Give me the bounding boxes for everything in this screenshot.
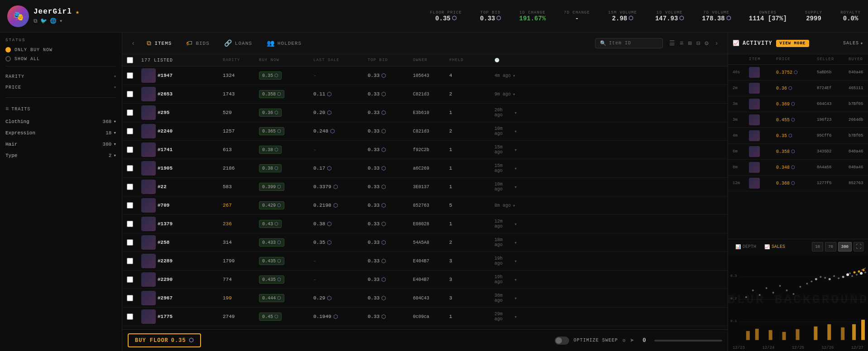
- row-checkbox-2[interactable]: [127, 109, 133, 116]
- table-row[interactable]: #258 314 0.433⬡ 0.35⬡ 0.33⬡ 54A5A8 2 18m…: [122, 233, 728, 252]
- tab-bids[interactable]: 🏷 BIDS: [180, 37, 216, 50]
- grid-view-icon[interactable]: ⊞: [687, 38, 692, 48]
- tab-holders[interactable]: 👥 HOLDERS: [260, 37, 308, 50]
- buy-now-button-12[interactable]: 0.444⬡: [259, 294, 284, 302]
- sweep-gear-icon[interactable]: ⚙: [623, 337, 626, 343]
- table-row[interactable]: #2289 1799 0.435⬡ - 0.33⬡ E404B7 3 19h a…: [122, 252, 728, 270]
- show-all-option[interactable]: SHOW ALL: [5, 56, 116, 62]
- expand-icon-12[interactable]: ▾: [514, 295, 517, 301]
- chevron-down-icon[interactable]: ▾: [59, 18, 62, 24]
- sales-dropdown[interactable]: SALES ▾: [843, 41, 863, 46]
- expand-icon-8[interactable]: ▾: [514, 221, 517, 227]
- activity-row[interactable]: 12m 0.368 ⬡ 1277f5 852763: [728, 176, 868, 191]
- activity-row[interactable]: 40s 0.3752 ⬡ 5aBD5b 040a46: [728, 65, 868, 81]
- trait-clothing[interactable]: Clothing 368 ▾: [5, 116, 116, 127]
- trait-expression[interactable]: Expression 18 ▾: [5, 127, 116, 138]
- trait-type[interactable]: Type 2 ▾: [5, 150, 116, 161]
- search-input[interactable]: [609, 41, 658, 46]
- only-buy-now-option[interactable]: ONLY BUY NOW: [5, 47, 116, 52]
- table-row[interactable]: #709 267 0.429⬡ 0.2198⬡ 0.33⬡ 852763 5 8…: [122, 196, 728, 215]
- table-row[interactable]: #2653 1743 0.358⬡ 0.11⬡ 0.33⬡ C821d3 2 9…: [122, 85, 728, 104]
- nav-forward-arrow[interactable]: ›: [711, 38, 722, 49]
- large-grid-icon[interactable]: ⊟: [695, 38, 701, 48]
- expand-icon-10[interactable]: ▾: [514, 258, 517, 264]
- sales-tab[interactable]: 📈 SALES: [762, 243, 788, 251]
- send-icon[interactable]: ➤: [630, 336, 634, 345]
- expand-icon-9[interactable]: ▾: [514, 240, 517, 246]
- select-all-checkbox[interactable]: [127, 57, 133, 63]
- list-view-icon[interactable]: ☰: [668, 38, 676, 48]
- expand-icon-3[interactable]: ▾: [514, 128, 517, 134]
- copy-icon[interactable]: ⧉: [34, 18, 38, 24]
- buy-now-button-11[interactable]: 0.435⬡: [259, 275, 284, 284]
- row-checkbox-7[interactable]: [127, 202, 133, 209]
- tab-loans[interactable]: 🔗 LOANS: [218, 37, 259, 50]
- buy-now-button-5[interactable]: 0.38⬡: [259, 164, 282, 172]
- expand-icon-2[interactable]: ▾: [514, 110, 517, 116]
- price-filter[interactable]: PRICE ▾: [5, 82, 116, 93]
- activity-row[interactable]: 3m 0.369 ⬡ 604C43 b7Bf05: [728, 96, 868, 112]
- activity-row[interactable]: 8m 0.348 ⬡ 0A4a56 040a46: [728, 160, 868, 176]
- buy-now-button-7[interactable]: 0.429⬡: [259, 201, 284, 209]
- expand-chart-btn[interactable]: ⛶: [854, 242, 863, 251]
- table-row[interactable]: #1905 2186 0.38⬡ 0.17⬡ 0.33⬡ a6C269 1 15…: [122, 159, 728, 178]
- buy-now-button-4[interactable]: 0.38⬡: [259, 146, 282, 154]
- twitter-icon[interactable]: 🐦: [40, 18, 47, 24]
- view-more-button[interactable]: VIEW MORE: [776, 40, 810, 47]
- row-checkbox-12[interactable]: [127, 295, 133, 301]
- table-row[interactable]: #2240 1257 0.365⬡ 0.248⬡ 0.33⬡ C821d3 2 …: [122, 122, 728, 141]
- tab-items[interactable]: ⧉ ITEMS: [140, 37, 178, 50]
- table-row[interactable]: #2290 774 0.435⬡ - 0.33⬡ E404B7 3 19h ag…: [122, 270, 728, 289]
- depth-tab[interactable]: 📊 DEPTH: [733, 243, 759, 251]
- buy-now-button-13[interactable]: 0.45⬡: [259, 313, 282, 321]
- row-checkbox-10[interactable]: [127, 258, 133, 264]
- row-checkbox-8[interactable]: [127, 221, 133, 227]
- expand-icon-13[interactable]: ▾: [514, 314, 517, 320]
- activity-row[interactable]: 4m 0.35 ⬡ 95Cff6 b7Bf05: [728, 128, 868, 144]
- row-checkbox-1[interactable]: [127, 91, 133, 97]
- table-row[interactable]: #1775 2749 0.45⬡ 0.1949⬡ 0.33⬡ 0c09ca 1 …: [122, 308, 728, 326]
- expand-icon-1[interactable]: ▾: [513, 91, 516, 97]
- buy-now-button-9[interactable]: 0.433⬡: [259, 238, 284, 247]
- activity-row[interactable]: 3m 0.455 ⬡ 196f23 2664db: [728, 112, 868, 128]
- expand-icon-5[interactable]: ▾: [514, 166, 517, 171]
- row-checkbox-3[interactable]: [127, 128, 133, 134]
- sweep-slider[interactable]: [654, 340, 722, 342]
- table-row[interactable]: #295 529 0.36⬡ 0.20⬡ 0.33⬡ E3b610 1 20h …: [122, 104, 728, 122]
- optimize-sweep-toggle[interactable]: [555, 337, 569, 345]
- buy-now-button-2[interactable]: 0.36⬡: [259, 109, 282, 117]
- nav-back-arrow[interactable]: ‹: [128, 38, 139, 49]
- settings-icon[interactable]: ⚙: [704, 38, 709, 48]
- time-btn-300[interactable]: 300: [838, 242, 852, 251]
- trait-hair[interactable]: Hair 380 ▾: [5, 138, 116, 150]
- time-btn-70[interactable]: 70: [825, 242, 836, 251]
- table-row[interactable]: #1741 613 0.38⬡ - 0.33⬡ f92C2b 1 15m ago…: [122, 141, 728, 159]
- buy-now-button-1[interactable]: 0.358⬡: [259, 90, 284, 98]
- expand-icon-0[interactable]: ▾: [513, 73, 516, 79]
- buy-now-button-8[interactable]: 0.43⬡: [259, 220, 282, 228]
- table-row[interactable]: #2967 199 0.444⬡ 0.29⬡ 0.33⬡ 604C43 3 36…: [122, 289, 728, 308]
- table-row[interactable]: #1947 1324 0.35⬡ - 0.33⬡ 105643 4 4m ago…: [122, 66, 728, 85]
- time-btn-10[interactable]: 10: [812, 242, 823, 251]
- buy-now-button-0[interactable]: 0.35⬡: [259, 71, 282, 80]
- rarity-filter[interactable]: RARITY ▾: [5, 71, 116, 82]
- row-checkbox-4[interactable]: [127, 147, 133, 153]
- row-checkbox-6[interactable]: [127, 184, 133, 190]
- compact-list-icon[interactable]: ≡: [679, 39, 684, 48]
- buy-now-button-6[interactable]: 0.399⬡: [259, 183, 284, 191]
- row-checkbox-13[interactable]: [127, 313, 133, 320]
- expand-icon-4[interactable]: ▾: [514, 147, 517, 153]
- table-row[interactable]: #22 583 0.399⬡ 0.3379⬡ 0.33⬡ 3E0137 1 10…: [122, 178, 728, 196]
- activity-row[interactable]: 6m 0.358 ⬡ 3435D2 040a46: [728, 144, 868, 160]
- row-checkbox-9[interactable]: [127, 239, 133, 246]
- expand-icon-7[interactable]: ▾: [513, 203, 516, 209]
- row-checkbox-0[interactable]: [127, 72, 133, 79]
- expand-icon-6[interactable]: ▾: [514, 184, 517, 190]
- buy-floor-button[interactable]: BUY FLOOR 0.35 ⬡: [128, 333, 201, 347]
- row-checkbox-11[interactable]: [127, 276, 133, 283]
- buy-now-button-10[interactable]: 0.435⬡: [259, 257, 284, 265]
- row-checkbox-5[interactable]: [127, 165, 133, 171]
- buy-now-button-3[interactable]: 0.365⬡: [259, 127, 284, 135]
- expand-icon-11[interactable]: ▾: [514, 277, 517, 283]
- globe-icon[interactable]: 🌐: [50, 18, 57, 24]
